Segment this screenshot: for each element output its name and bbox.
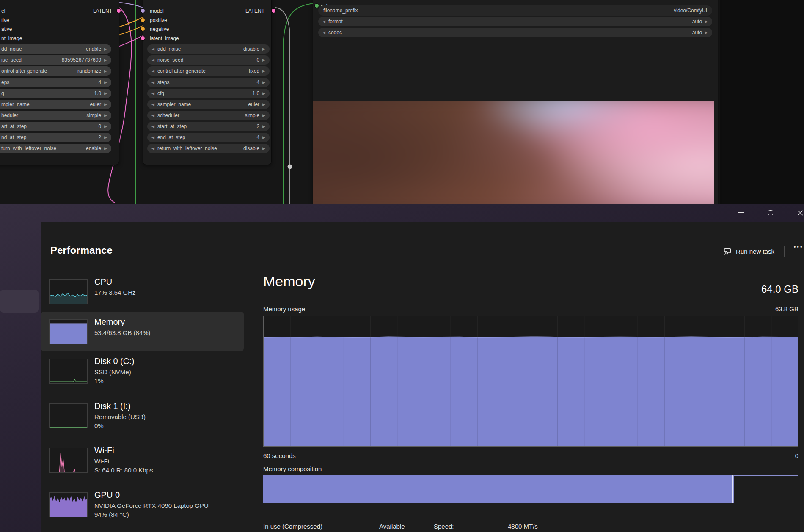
combo-prev-icon[interactable] bbox=[151, 111, 154, 120]
combo-next-icon[interactable] bbox=[262, 144, 265, 153]
combo-next-icon[interactable] bbox=[262, 133, 265, 142]
input-positive[interactable]: positive bbox=[143, 16, 271, 24]
combo-prev-icon[interactable] bbox=[151, 44, 154, 54]
combo-next-icon[interactable] bbox=[104, 111, 107, 120]
widget-start-at-step[interactable]: art_at_step0 bbox=[0, 122, 111, 131]
node-ksampler-advanced[interactable]: LATENT model positive negative latent_im… bbox=[143, 0, 272, 165]
nav-rail-item-performance[interactable] bbox=[0, 290, 39, 313]
widget-codec[interactable]: codecauto bbox=[318, 28, 712, 37]
latent-output-dot-icon[interactable] bbox=[272, 9, 275, 13]
widget-sampler-name[interactable]: sampler_nameeuler bbox=[147, 100, 270, 109]
node-video-combine[interactable]: video filename_prefix video/ComfyUI form… bbox=[313, 0, 718, 204]
combo-next-icon[interactable] bbox=[104, 44, 107, 54]
widget-label: start_at_step bbox=[157, 123, 187, 129]
input-latent-image[interactable]: nt_image bbox=[0, 35, 119, 42]
sidebar-item-disk0[interactable]: Disk 0 (C:)SSD (NVMe)1% bbox=[41, 351, 244, 394]
widget-control-after-generate[interactable]: control after generatefixed bbox=[147, 66, 270, 76]
combo-next-icon[interactable] bbox=[262, 100, 265, 109]
combo-next-icon[interactable] bbox=[262, 44, 265, 54]
model-input-dot-icon[interactable] bbox=[141, 9, 145, 13]
combo-next-icon[interactable] bbox=[262, 111, 265, 120]
combo-next-icon[interactable] bbox=[104, 100, 107, 109]
combo-prev-icon[interactable] bbox=[151, 55, 154, 65]
combo-next-icon[interactable] bbox=[104, 78, 107, 87]
widget-add-noise[interactable]: add_noisedisable bbox=[147, 44, 270, 54]
widget-control-after-generate[interactable]: ontrol after generaterandomize bbox=[0, 66, 111, 76]
combo-next-icon[interactable] bbox=[104, 55, 107, 65]
widget-scheduler[interactable]: hedulersimple bbox=[0, 111, 111, 120]
widget-end-at-step[interactable]: end_at_step4 bbox=[147, 133, 270, 142]
sidebar-item-gpu[interactable]: GPU 0NVIDIA GeForce RTX 4090 Laptop GPU9… bbox=[41, 485, 244, 530]
widget-value: enable bbox=[86, 46, 101, 52]
sidebar-item-wifi[interactable]: Wi-FiWi-FiS: 64.0 R: 80.0 Kbps bbox=[41, 440, 244, 483]
widget-steps[interactable]: eps4 bbox=[0, 78, 111, 87]
footer-available-label: Available bbox=[379, 523, 405, 530]
combo-prev-icon[interactable] bbox=[151, 66, 154, 76]
combo-prev-icon[interactable] bbox=[151, 133, 154, 142]
video-input-dot-icon[interactable] bbox=[315, 4, 319, 8]
maximize-icon bbox=[768, 210, 773, 215]
widget-format[interactable]: formatauto bbox=[318, 17, 712, 26]
combo-next-icon[interactable] bbox=[104, 144, 107, 153]
minimize-button[interactable] bbox=[731, 204, 750, 222]
combo-next-icon[interactable] bbox=[262, 89, 265, 98]
widget-value: simple bbox=[245, 112, 259, 118]
combo-prev-icon[interactable] bbox=[151, 144, 154, 153]
input-negative[interactable]: negative bbox=[143, 25, 271, 33]
widget-value: video/ComfyUI bbox=[674, 8, 707, 14]
widget-steps[interactable]: steps4 bbox=[147, 78, 270, 87]
widget-label: noise_seed bbox=[157, 57, 183, 63]
input-model[interactable]: el bbox=[0, 7, 119, 15]
conditioning-input-dot-icon[interactable] bbox=[141, 27, 145, 31]
widget-filename-prefix[interactable]: filename_prefix video/ComfyUI bbox=[318, 5, 712, 16]
comfyui-canvas[interactable]: LATENT el tive ative nt_image dd_noiseen… bbox=[0, 0, 804, 204]
widget-noise-seed[interactable]: ise_seed83595267737609 bbox=[0, 55, 111, 65]
input-model[interactable]: model bbox=[143, 7, 271, 15]
combo-next-icon[interactable] bbox=[262, 55, 265, 65]
widget-value: 1.0 bbox=[252, 90, 259, 96]
node-ksampler-left-partial[interactable]: LATENT el tive ative nt_image dd_noiseen… bbox=[0, 0, 119, 165]
combo-next-icon[interactable] bbox=[262, 78, 265, 87]
widget-cfg[interactable]: cfg1.0 bbox=[147, 89, 270, 98]
widget-start-at-step[interactable]: start_at_step2 bbox=[147, 122, 270, 131]
combo-prev-icon[interactable] bbox=[151, 122, 154, 131]
combo-next-icon[interactable] bbox=[104, 89, 107, 98]
widget-cfg[interactable]: g1.0 bbox=[0, 89, 111, 98]
combo-prev-icon[interactable] bbox=[322, 17, 325, 26]
close-button[interactable] bbox=[791, 204, 804, 222]
sidebar-item-memory[interactable]: Memory53.4/63.8 GB (84%) bbox=[41, 312, 244, 351]
widget-sampler-name[interactable]: mpler_nameeuler bbox=[0, 100, 111, 109]
input-negative[interactable]: ative bbox=[0, 25, 119, 33]
input-latent-image[interactable]: latent_image bbox=[143, 35, 271, 42]
widget-return-with-leftover-noise[interactable]: turn_with_leftover_noiseenable bbox=[0, 144, 111, 153]
sidebar-item-subtitle: Wi-Fi bbox=[94, 457, 240, 466]
combo-next-icon[interactable] bbox=[705, 17, 708, 26]
sidebar-item-disk1[interactable]: Disk 1 (I:)Removable (USB)0% bbox=[41, 396, 244, 439]
combo-next-icon[interactable] bbox=[104, 66, 107, 76]
combo-next-icon[interactable] bbox=[262, 122, 265, 131]
combo-next-icon[interactable] bbox=[262, 66, 265, 76]
combo-next-icon[interactable] bbox=[705, 28, 708, 37]
sidebar-item-cpu[interactable]: CPU17% 3.54 GHz bbox=[41, 271, 244, 310]
window-titlebar[interactable] bbox=[0, 204, 804, 222]
widget-label: cfg bbox=[157, 90, 164, 96]
combo-next-icon[interactable] bbox=[104, 122, 107, 131]
sidebar-item-subtitle2: S: 64.0 R: 80.0 Kbps bbox=[94, 466, 240, 474]
input-label: tive bbox=[1, 16, 9, 24]
maximize-button[interactable] bbox=[761, 204, 780, 222]
combo-next-icon[interactable] bbox=[104, 133, 107, 142]
widget-add-noise[interactable]: dd_noiseenable bbox=[0, 44, 111, 54]
widget-scheduler[interactable]: schedulersimple bbox=[147, 111, 270, 120]
latent-input-dot-icon[interactable] bbox=[141, 36, 145, 40]
combo-prev-icon[interactable] bbox=[322, 28, 325, 37]
widget-return-with-leftover-noise[interactable]: return_with_leftover_noisedisable bbox=[147, 144, 270, 153]
input-positive[interactable]: tive bbox=[0, 16, 119, 24]
sidebar-item-subtitle: 53.4/63.8 GB (84%) bbox=[94, 328, 240, 337]
widget-noise-seed[interactable]: noise_seed0 bbox=[147, 55, 270, 65]
combo-prev-icon[interactable] bbox=[151, 100, 154, 109]
widget-end-at-step[interactable]: nd_at_step2 bbox=[0, 133, 111, 142]
combo-prev-icon[interactable] bbox=[151, 78, 154, 87]
node-image-preview[interactable] bbox=[313, 101, 714, 204]
combo-prev-icon[interactable] bbox=[151, 89, 154, 98]
conditioning-input-dot-icon[interactable] bbox=[141, 18, 145, 22]
